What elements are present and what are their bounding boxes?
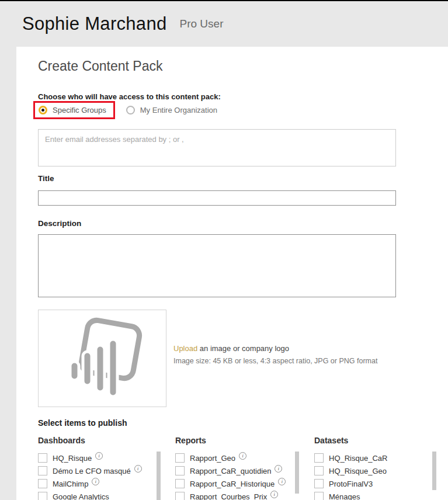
- checkbox-list: HQ_Risque_CaRHQ_Risque_GeoProtoFinalV3Mé…: [314, 452, 431, 500]
- checkbox-list: HQ_RisqueiDémo Le CFO masquéiMailChimpiG…: [38, 452, 155, 500]
- access-question-label: Choose who will have access to this cont…: [38, 92, 221, 101]
- logo-upload-dropzone[interactable]: [38, 310, 166, 407]
- list-item: HQ_Risquei: [38, 452, 155, 464]
- list-item: Google Analytics: [38, 490, 155, 500]
- left-gutter: [0, 47, 16, 500]
- upload-link[interactable]: Upload: [173, 344, 197, 353]
- checkbox[interactable]: [314, 479, 324, 488]
- create-content-pack-screen: Sophie Marchand Pro User Create Content …: [0, 0, 448, 500]
- checkbox[interactable]: [38, 479, 47, 488]
- item-label: ProtoFinalV3: [329, 480, 373, 488]
- upload-instruction-rest: an image or company logo: [197, 344, 289, 353]
- item-label: HQ_Risque_Geo: [329, 467, 387, 475]
- checkbox[interactable]: [314, 453, 324, 463]
- list-item: HQ_Risque_Geo: [314, 464, 431, 477]
- annotation-highlight-box: Specific Groups: [33, 101, 115, 119]
- item-label: Démo Le CFO masqué: [53, 467, 131, 475]
- checkbox[interactable]: [175, 492, 185, 500]
- list-item: Rapport_CaR_Historiquei: [175, 477, 292, 490]
- datasets-scrollbar[interactable]: [432, 452, 436, 490]
- info-icon[interactable]: i: [92, 478, 99, 485]
- checkbox[interactable]: [175, 453, 185, 463]
- dashboards-column-title: Dashboards: [38, 436, 155, 445]
- checkbox[interactable]: [175, 479, 185, 488]
- item-label: HQ_Risque: [53, 454, 92, 463]
- page-title: Create Content Pack: [38, 58, 163, 74]
- list-item: Ménages: [314, 490, 431, 500]
- email-addresses-input[interactable]: [38, 129, 396, 166]
- radio-label-my-entire-organization: My Entire Organization: [140, 106, 217, 114]
- list-item: MailChimpi: [38, 477, 155, 490]
- content-panel: Create Content Pack Choose who will have…: [16, 47, 448, 500]
- info-icon[interactable]: i: [239, 452, 246, 460]
- list-item: Démo Le CFO masquéi: [38, 464, 155, 477]
- reports-scrollbar[interactable]: [295, 452, 299, 494]
- datasets-column-title: Datasets: [314, 436, 431, 445]
- item-label: Ménages: [329, 492, 360, 500]
- checkbox[interactable]: [38, 492, 47, 500]
- item-label: Rapport_Geo: [190, 454, 235, 463]
- info-icon[interactable]: i: [270, 491, 278, 498]
- checkbox-list: Rapport_GeoiRapport_CaR_quotidieniRappor…: [175, 452, 292, 500]
- description-label: Description: [38, 219, 81, 228]
- info-icon[interactable]: i: [275, 465, 282, 473]
- datasets-column: Datasets HQ_Risque_CaRHQ_Risque_GeoProto…: [314, 436, 431, 500]
- radio-my-entire-organization[interactable]: [126, 106, 135, 114]
- checkbox[interactable]: [314, 466, 324, 475]
- checkbox[interactable]: [38, 466, 47, 475]
- item-label: HQ_Risque_CaR: [329, 454, 387, 463]
- description-input[interactable]: [38, 234, 396, 297]
- upload-instruction: Upload an image or company logo: [173, 344, 289, 353]
- info-icon[interactable]: i: [134, 465, 142, 473]
- info-icon[interactable]: i: [95, 452, 103, 460]
- radio-specific-groups[interactable]: [39, 106, 47, 114]
- radio-option-entire-org: My Entire Organization: [126, 106, 217, 114]
- item-label: Rapport_CaR_quotidien: [190, 467, 271, 475]
- list-item: ProtoFinalV3: [314, 477, 431, 490]
- page-header: Sophie Marchand Pro User: [0, 1, 448, 47]
- upload-size-hint: Image size: 45 KB or less, 4:3 aspect ra…: [173, 357, 377, 365]
- item-label: Rapport_Courbes_Prix: [190, 492, 267, 500]
- user-badge: Pro User: [180, 18, 224, 30]
- info-icon[interactable]: i: [278, 478, 286, 485]
- checkbox[interactable]: [314, 492, 324, 500]
- select-items-label: Select items to publish: [38, 418, 127, 428]
- dashboards-column: Dashboards HQ_RisqueiDémo Le CFO masquéi…: [38, 436, 155, 500]
- item-label: MailChimp: [53, 480, 88, 488]
- list-item: Rapport_CaR_quotidieni: [175, 464, 292, 477]
- access-radio-group: Specific Groups My Entire Organization: [33, 101, 217, 119]
- list-item: Rapport_Courbes_Prixi: [175, 490, 292, 500]
- list-item: HQ_Risque_CaR: [314, 452, 431, 464]
- checkbox[interactable]: [175, 466, 185, 475]
- list-item: Rapport_Geoi: [175, 452, 292, 464]
- item-label: Google Analytics: [53, 492, 109, 500]
- title-input[interactable]: [38, 190, 396, 206]
- title-label: Title: [38, 174, 54, 183]
- radio-label-specific-groups: Specific Groups: [53, 106, 106, 114]
- powerbi-logo-icon: [58, 315, 146, 402]
- reports-column-title: Reports: [175, 436, 292, 445]
- reports-column: Reports Rapport_GeoiRapport_CaR_quotidie…: [175, 436, 292, 500]
- user-name: Sophie Marchand: [22, 13, 167, 34]
- dashboards-scrollbar[interactable]: [157, 452, 161, 500]
- checkbox[interactable]: [38, 453, 47, 463]
- item-label: Rapport_CaR_Historique: [190, 480, 275, 488]
